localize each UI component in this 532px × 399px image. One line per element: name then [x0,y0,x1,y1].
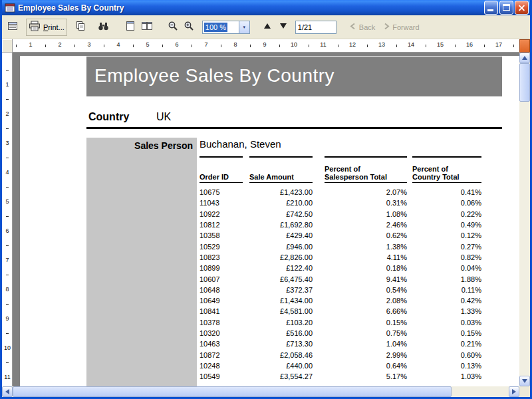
table-cell: 0.15% [325,319,407,327]
multi-page-view-button[interactable] [138,19,156,36]
prev-page-button[interactable] [259,19,275,36]
column-header-percent-country: Percent of Country Total [412,156,481,183]
ruler-number: 6 [5,227,9,234]
forward-button-label: Forward [392,23,419,31]
close-button[interactable] [515,1,529,15]
one-page-view-button[interactable] [122,19,138,36]
table-cell: 10549 [200,372,243,380]
zoom-in-icon [184,21,194,33]
table-cell: 10812 [200,221,243,229]
table-row: 10922£742.501.08%0.22% [200,209,481,219]
vertical-scrollbar[interactable] [519,53,530,386]
column-header-label: Percent of [412,165,481,173]
table-cell: 10649 [200,297,243,305]
column-header-label: Salesperson Total [325,173,407,181]
ruler-tick [484,45,485,47]
ruler-number: 16 [466,41,473,48]
copy-button[interactable] [72,19,88,36]
ruler-tick [455,45,456,47]
table-cell: 0.49% [412,221,481,229]
back-button[interactable]: Back [350,23,375,31]
table-cell: £4,581.00 [249,307,313,315]
column-header-label: Country Total [412,173,481,181]
ruler-tick [6,362,9,363]
find-button[interactable] [95,19,112,36]
bottom-bar [2,386,530,397]
ruler-number: 9 [5,315,9,322]
table-row: 10841£4,581.006.66%1.33% [200,306,481,317]
zoom-out-button[interactable] [165,19,181,36]
table-cell: £946.00 [249,243,313,251]
forward-button[interactable]: Forward [383,23,419,31]
column-header-label: Percent of [325,165,407,173]
down-arrow-icon [279,22,287,32]
minimize-button[interactable] [484,1,498,15]
table-cell: 5.17% [325,372,407,380]
app-window: Employee Sales By Country Print... [0,0,532,399]
horizontal-scrollbar[interactable] [2,386,519,397]
zoom-in-button[interactable] [181,19,197,36]
scroll-right-button[interactable] [509,386,519,397]
titlebar[interactable]: Employee Sales By Country [2,0,530,15]
print-button[interactable]: Print... [26,19,67,36]
table-cell: 1.08% [325,210,407,218]
ruler-tick [6,245,9,246]
forward-chevron-icon [383,23,390,31]
ruler-tick [74,45,75,47]
page-number-input[interactable] [295,21,336,34]
next-page-button[interactable] [275,19,291,36]
table-cell: 10922 [200,210,243,218]
table-cell: 0.82% [412,253,481,261]
horizontal-scroll-thumb[interactable] [13,386,452,397]
scrollbar-corner [519,386,530,397]
ruler-corner [2,39,13,53]
scroll-up-button[interactable] [519,53,530,63]
ruler-number: 17 [495,41,502,48]
table-row: 10549£3,554.275.17%1.03% [200,371,481,382]
table-cell: 0.12% [412,231,481,239]
vertical-scroll-thumb[interactable] [519,63,530,102]
ruler-tick [426,45,426,47]
table-cell: 0.15% [412,329,481,337]
table-row: 10872£2,058.462.99%0.60% [200,349,481,360]
table-row: 10529£946.001.38%0.27% [200,241,481,251]
ruler-tick [221,45,221,47]
copy-icon [75,21,86,33]
table-row: 11043£210.000.31%0.06% [200,198,481,208]
ruler-tick [6,70,9,70]
table-cell: £6,475.40 [249,275,313,283]
report-page[interactable]: Employee Sales By Country Country UK Sal… [20,56,519,386]
table-cell: £103.20 [249,319,313,327]
scroll-left-button[interactable] [2,386,13,397]
table-cell: 9.41% [325,275,407,283]
ruler-tick [104,45,104,47]
ruler-tick [6,158,9,158]
zoom-dropdown-arrow-icon[interactable]: ▼ [239,21,249,33]
column-header-percent-salesperson: Percent of Salesperson Total [325,156,407,183]
ruler-tick [162,45,163,47]
table-cell: 1.03% [412,372,481,380]
country-value: UK [156,111,171,123]
ruler-tick [45,45,46,47]
table-cell: 10358 [200,231,243,239]
ruler-number: 3 [87,41,90,48]
table-cell: 10899 [200,264,243,272]
print-button-label: Print... [43,23,65,31]
ruler-number: 8 [5,286,9,293]
column-header-label: Order ID [200,173,243,181]
ruler-tick [6,275,9,275]
table-cell: 1.38% [325,243,407,251]
scroll-down-button[interactable] [519,376,530,386]
table-cell: £440.00 [249,362,313,370]
table-cell: 0.60% [412,351,481,359]
table-cell: 10872 [200,351,243,359]
ruler-tick [16,45,17,47]
view-button[interactable] [5,19,21,36]
binoculars-icon [98,21,109,33]
ruler-number: 12 [349,41,356,48]
table-cell: 0.54% [325,286,407,294]
table-cell: £1,692.80 [249,221,313,229]
table-row: 10248£440.000.64%0.13% [200,360,481,371]
maximize-button[interactable] [499,1,513,15]
zoom-combobox[interactable]: 100 % ▼ [202,21,250,34]
